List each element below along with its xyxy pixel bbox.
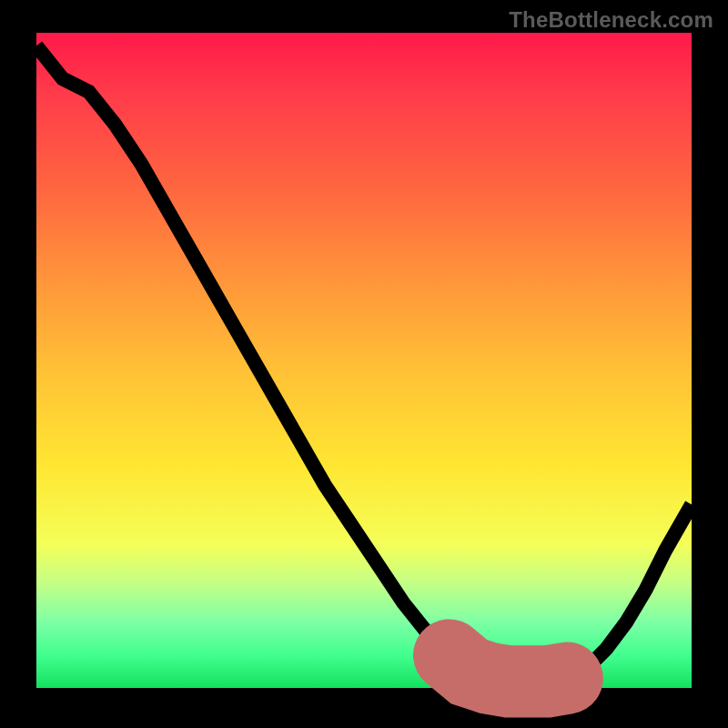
optimal-range-highlight [450, 655, 568, 682]
chart-plot-area [36, 33, 692, 688]
branding-text: TheBottleneck.com [509, 7, 713, 33]
chart-svg [36, 33, 692, 688]
bottleneck-curve [36, 46, 692, 681]
